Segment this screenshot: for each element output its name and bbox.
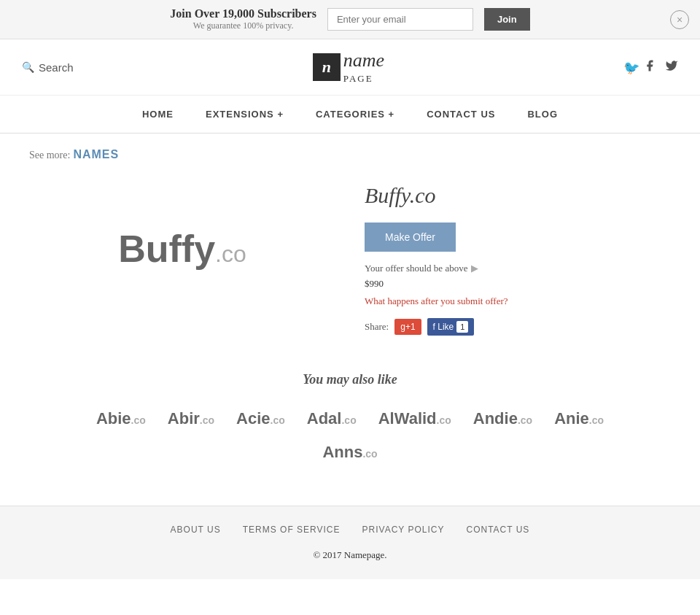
product-logo-ext: .co [215, 241, 246, 267]
search-area[interactable]: 🔍 Search [22, 61, 74, 74]
social-icons: 🐦 [623, 59, 678, 76]
banner-subtext: We guarantee 100% privacy. [170, 20, 316, 31]
domain-acie[interactable]: Acie.co [236, 409, 285, 428]
product-info: Buffy.co Make Offer Your offer should be… [365, 176, 671, 336]
product-area: Buffy.co Buffy.co Make Offer Your offer … [29, 176, 671, 336]
search-label: Search [39, 61, 74, 74]
also-like-section: You may also like Abie.co Abir.co Acie.c… [29, 372, 671, 462]
what-happens-link[interactable]: What happens after you submit offer? [365, 295, 671, 307]
footer-contact[interactable]: CONTACT US [466, 525, 529, 535]
main-content: See more: NAMES Buffy.co Buffy.co Make O… [0, 134, 700, 476]
domain-andie[interactable]: Andie.co [473, 409, 532, 428]
site-header: 🔍 Search n name PAGE 🐦 [0, 39, 700, 96]
footer-terms[interactable]: TERMS OF SERVICE [243, 525, 341, 535]
nav-categories[interactable]: CATEGORIES + [300, 96, 411, 133]
logo-sub: PAGE [343, 73, 373, 84]
domain-anie[interactable]: Anie.co [554, 409, 604, 428]
domain-row2: Anns.co [29, 443, 671, 462]
nav-blog[interactable]: BLOG [511, 96, 574, 133]
banner-headline: Join Over 19,000 Subscribers [170, 7, 316, 20]
close-button[interactable]: × [670, 10, 689, 29]
product-logo-box: Buffy.co [29, 176, 335, 322]
offer-note-text: Your offer should be above [365, 263, 467, 274]
domain-adal[interactable]: Adal.co [307, 409, 357, 428]
fb-like-label: f Like [433, 322, 454, 332]
top-banner: Join Over 19,000 Subscribers We guarante… [0, 0, 700, 39]
domain-abir[interactable]: Abir.co [168, 409, 214, 428]
domain-abie[interactable]: Abie.co [96, 409, 146, 428]
logo-letter: n [322, 58, 331, 77]
footer-privacy[interactable]: PRIVACY POLICY [362, 525, 445, 535]
site-logo[interactable]: n name PAGE [313, 50, 384, 84]
fb-count: 1 [456, 321, 468, 333]
product-logo: Buffy.co [118, 227, 246, 271]
footer-about[interactable]: ABOUT US [171, 525, 221, 535]
domain-alwalid[interactable]: AlWalid.co [378, 409, 451, 428]
share-label: Share: [365, 321, 389, 333]
also-like-heading: You may also like [29, 372, 671, 387]
product-title: Buffy.co [365, 183, 671, 208]
nav-extensions[interactable]: EXTENSIONS + [190, 96, 300, 133]
logo-text: name PAGE [343, 50, 384, 84]
google-plus-button[interactable]: g+1 [394, 319, 421, 335]
facebook-icon[interactable]: 🐦 [623, 59, 656, 76]
nav-contact[interactable]: CONTACT US [411, 96, 511, 133]
nav-home[interactable]: HOME [126, 96, 190, 133]
see-more: See more: NAMES [29, 148, 671, 161]
make-offer-button[interactable]: Make Offer [365, 223, 456, 252]
banner-text: Join Over 19,000 Subscribers We guarante… [170, 7, 316, 31]
facebook-like-button[interactable]: f Like 1 [427, 318, 475, 336]
names-link[interactable]: NAMES [73, 148, 119, 160]
site-footer: ABOUT US TERMS OF SERVICE PRIVACY POLICY… [0, 506, 700, 579]
see-more-label: See more: [29, 150, 70, 160]
main-nav: HOME EXTENSIONS + CATEGORIES + CONTACT U… [0, 96, 700, 134]
product-logo-name: Buffy [118, 228, 215, 270]
copy-text: © 2017 [313, 549, 343, 560]
logo-name: name [343, 50, 384, 71]
share-area: Share: g+1 f Like 1 [365, 318, 671, 336]
footer-copyright: © 2017 Namepage. [29, 549, 671, 561]
offer-price: $990 [365, 278, 671, 290]
email-input[interactable] [327, 8, 473, 31]
arrow-icon: ▶ [471, 263, 478, 274]
brand-name: Namepage. [344, 549, 387, 560]
also-like-grid: Abie.co Abir.co Acie.co Adal.co AlWalid.… [29, 409, 671, 428]
join-button[interactable]: Join [484, 8, 530, 31]
twitter-icon[interactable] [665, 59, 678, 76]
domain-anns[interactable]: Anns.co [322, 443, 377, 462]
search-icon: 🔍 [22, 61, 34, 74]
logo-letter-box: n [313, 53, 341, 81]
footer-links: ABOUT US TERMS OF SERVICE PRIVACY POLICY… [29, 525, 671, 535]
offer-note: Your offer should be above ▶ [365, 263, 671, 274]
